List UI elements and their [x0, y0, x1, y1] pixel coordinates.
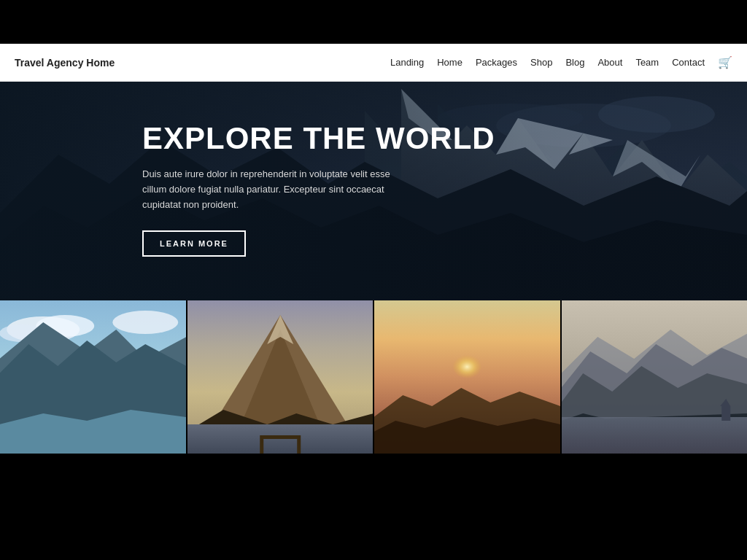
svg-rect-40	[562, 417, 748, 454]
hero-content: EXPLORE THE WORLD Duis aute irure dolor …	[0, 82, 747, 257]
photo-3-image	[374, 300, 560, 454]
svg-rect-28	[260, 435, 301, 439]
main-nav: Landing Home Packages Shop Blog About Te…	[390, 55, 732, 69]
photo-2-image	[187, 300, 374, 454]
bottom-bar	[0, 454, 747, 560]
nav-item-home[interactable]: Home	[437, 57, 462, 68]
photo-cell-3	[373, 300, 560, 454]
hero-section: EXPLORE THE WORLD Duis aute irure dolor …	[0, 82, 747, 300]
nav-item-landing[interactable]: Landing	[390, 57, 424, 68]
hero-description: Duis aute irure dolor in reprehenderit i…	[142, 167, 405, 212]
photo-4-image	[562, 300, 748, 454]
nav-item-team[interactable]: Team	[635, 57, 659, 68]
top-bar	[0, 0, 747, 44]
cart-icon[interactable]: 🛒	[718, 55, 732, 69]
svg-point-17	[112, 311, 178, 334]
photo-cell-1	[0, 300, 186, 454]
site-logo[interactable]: Travel Agency Home	[15, 57, 115, 69]
svg-rect-41	[721, 406, 730, 421]
nav-item-packages[interactable]: Packages	[476, 57, 517, 68]
photo-grid	[0, 300, 747, 454]
svg-rect-30	[297, 439, 301, 454]
nav-item-shop[interactable]: Shop	[530, 57, 552, 68]
svg-rect-29	[260, 439, 263, 454]
hero-title: EXPLORE THE WORLD	[142, 122, 747, 155]
site-header: Travel Agency Home Landing Home Packages…	[0, 44, 747, 82]
hero-learn-more-button[interactable]: LEARN MORE	[142, 230, 246, 257]
svg-marker-34	[374, 417, 560, 454]
nav-item-about[interactable]: About	[597, 57, 622, 68]
svg-point-32	[430, 341, 503, 399]
photo-cell-4	[560, 300, 748, 454]
photo-1-image	[0, 300, 186, 454]
photo-cell-2	[186, 300, 374, 454]
nav-item-blog[interactable]: Blog	[565, 57, 584, 68]
nav-item-contact[interactable]: Contact	[672, 57, 705, 68]
